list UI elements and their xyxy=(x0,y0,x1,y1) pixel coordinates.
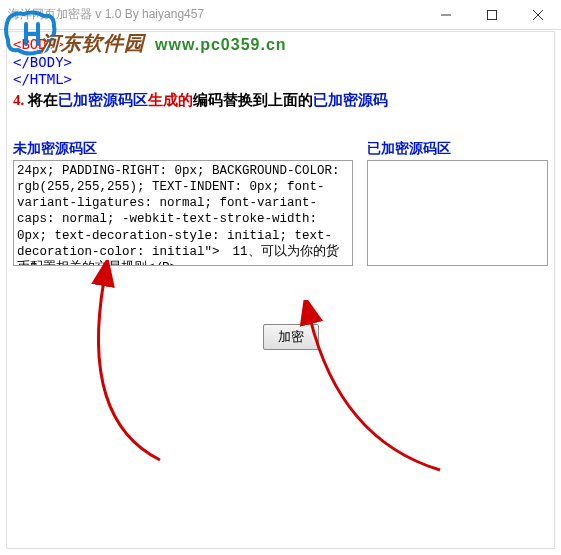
html-close-tag: </HTML> xyxy=(13,71,548,89)
svg-rect-0 xyxy=(488,11,497,20)
encrypted-source-input[interactable] xyxy=(367,160,548,266)
watermark-site-name: 河东软件园 xyxy=(40,30,145,57)
app-content: <BODY> </BODY> </HTML> 4. 将在已加密源码区生成的编码替… xyxy=(6,31,555,549)
minimize-icon xyxy=(441,10,451,20)
instruction-line: 4. 将在已加密源码区生成的编码替换到上面的已加密源码 xyxy=(13,91,548,110)
unencrypted-source-input[interactable] xyxy=(13,160,353,266)
watermark-site-url: www.pc0359.cn xyxy=(155,36,287,54)
encrypted-label: 已加密源码区 xyxy=(367,140,548,158)
encrypted-panel: 已加密源码区 xyxy=(367,140,548,269)
window-titlebar: 海洋网页加密器 v 1.0 By haiyang457 xyxy=(0,0,561,30)
instr-t1: 将在 xyxy=(24,92,58,108)
instr-t5: 已加密源码 xyxy=(313,92,388,108)
watermark: 河东软件园 www.pc0359.cn xyxy=(40,30,287,57)
unencrypted-panel: 未加密源码区 xyxy=(13,140,353,269)
close-button[interactable] xyxy=(515,0,561,30)
close-icon xyxy=(533,10,543,20)
instr-num: 4. xyxy=(13,92,24,108)
maximize-icon xyxy=(487,10,497,20)
instr-t2: 已加密源码区 xyxy=(58,92,148,108)
window-title: 海洋网页加密器 v 1.0 By haiyang457 xyxy=(8,6,423,23)
encrypt-button[interactable]: 加密 xyxy=(263,324,319,350)
unencrypted-label: 未加密源码区 xyxy=(13,140,353,158)
maximize-button[interactable] xyxy=(469,0,515,30)
instr-t4: 编码替换到上面的 xyxy=(193,92,313,108)
minimize-button[interactable] xyxy=(423,0,469,30)
panels-row: 未加密源码区 已加密源码区 xyxy=(13,140,548,269)
window-controls xyxy=(423,0,561,29)
instr-t3: 生成的 xyxy=(148,92,193,108)
